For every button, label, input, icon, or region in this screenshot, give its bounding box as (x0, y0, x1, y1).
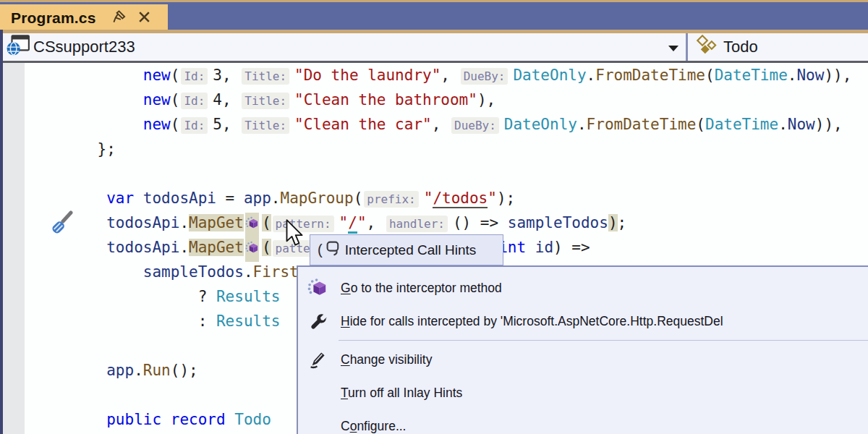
code-token: . (271, 190, 281, 207)
code-line[interactable]: new(Id:3, Title:"Do the laundry", DueBy:… (61, 63, 868, 88)
code-token: . (587, 67, 596, 84)
close-icon[interactable] (137, 10, 151, 27)
code-token: Now (788, 116, 815, 133)
code-token: : (198, 312, 216, 330)
code-token: "Do the laundry" (294, 67, 441, 84)
code-token: new (143, 67, 171, 84)
hint-bubble-icon (326, 240, 342, 260)
interceptor-icon (307, 278, 328, 298)
code-token: . (577, 116, 587, 133)
pen-icon (307, 349, 328, 370)
code-token: ; (618, 214, 627, 231)
code-line[interactable]: new(Id:5, Title:"Clean the car", DueBy:D… (61, 112, 868, 137)
interceptor-icon[interactable] (245, 237, 259, 262)
code-token: . (134, 362, 143, 379)
menu-item-label: Change visibility (341, 352, 432, 367)
menu-item-hide-for-calls-intercepted-by-microsoft-[interactable]: Hide for calls intercepted by 'Microsoft… (298, 305, 868, 338)
code-token: ( (171, 67, 180, 84)
code-token: MapGet (189, 214, 244, 231)
menu-icon-placeholder (307, 383, 328, 403)
menu-item-go-to-the-interceptor-method[interactable]: Go to the interceptor method (298, 271, 868, 305)
interceptor-icon[interactable] (245, 213, 259, 237)
chevron-down-icon[interactable] (668, 46, 678, 51)
code-token: , (367, 214, 385, 231)
code-token: Now (796, 67, 824, 84)
code-token: . (788, 67, 797, 84)
code-token: ( (262, 239, 271, 256)
code-token: , (222, 116, 240, 133)
code-token: Id: (181, 68, 208, 85)
code-line[interactable]: new(Id:4, Title:"Clean the bathroom"), (61, 88, 868, 112)
menu-item-label: Go to the interceptor method (341, 281, 502, 296)
code-token: ( (262, 214, 271, 231)
mouse-cursor (284, 219, 305, 252)
code-token: Title: (242, 93, 289, 109)
tooltip-label: Intercepted Call Hints (345, 242, 477, 258)
code-token: Title: (242, 117, 289, 134)
code-token: DateOnly (513, 67, 586, 84)
menu-item-label: Configure... (341, 419, 406, 434)
code-token: sampleTodos (143, 263, 244, 281)
code-token: sampleTodos (508, 214, 608, 231)
code-token: . (179, 239, 189, 256)
code-token: Todo (234, 411, 271, 428)
menu-separator (339, 340, 868, 341)
code-token (161, 411, 171, 428)
project-dropdown[interactable]: CSsupport233 (3, 33, 135, 61)
member-dropdown[interactable]: Todo (692, 33, 758, 61)
code-token: ( (705, 67, 715, 84)
tab-bar: Program.cs (0, 0, 868, 30)
code-token: " (424, 190, 433, 207)
pin-icon[interactable] (112, 10, 126, 27)
code-token: "Clean the bathroom" (294, 91, 477, 109)
code-token: /todos (433, 190, 488, 208)
code-token: FromDateTime (595, 67, 705, 84)
menu-item-label: Hide for calls intercepted by 'Microsoft… (341, 314, 723, 329)
project-name: CSsupport233 (33, 38, 135, 56)
class-icon (696, 35, 719, 59)
code-line[interactable]: todosApi.MapGet (pattern:"/", handler:()… (61, 210, 868, 235)
code-token: Id: (181, 93, 208, 109)
menu-item-turn-off-all-inlay-hints[interactable]: Turn off all Inlay Hints (298, 376, 868, 409)
code-token: (); (171, 362, 198, 379)
code-token: )), (815, 116, 843, 133)
tab-program-cs[interactable]: Program.cs (0, 4, 168, 32)
code-token: ) (608, 214, 618, 231)
code-token: " (339, 214, 349, 231)
code-token: Id: (181, 117, 208, 134)
tab-title: Program.cs (11, 9, 96, 27)
code-token (526, 239, 535, 256)
code-token: )), (824, 67, 851, 84)
code-token: ( (171, 116, 180, 133)
menu-icon-placeholder (307, 416, 328, 434)
code-token: DueBy: (461, 68, 509, 85)
code-token: DateOnly (504, 116, 577, 133)
code-token: ( (171, 91, 180, 109)
context-menu: Go to the interceptor method Hide for ca… (297, 265, 868, 434)
code-token: todosApi (106, 214, 179, 231)
code-line[interactable] (61, 161, 868, 186)
code-token: = (216, 190, 244, 207)
code-token: ( (696, 116, 705, 133)
code-token: "Clean the car" (294, 116, 432, 133)
code-token: FromDateTime (587, 116, 697, 133)
menu-item-change-visibility[interactable]: Change visibility (298, 343, 868, 376)
code-token: ), (477, 91, 495, 109)
code-token: MapGet (189, 239, 244, 256)
code-line[interactable]: }; (61, 137, 868, 161)
code-token: Results (216, 288, 281, 305)
code-line[interactable]: var todosApi = app.MapGroup(prefix:"/tod… (61, 186, 868, 210)
code-token: ) => (553, 239, 590, 256)
navbar-separator (686, 33, 688, 61)
code-token: todosApi (143, 190, 216, 207)
code-token: Title: (242, 68, 289, 85)
code-token: 5 (213, 116, 222, 133)
code-token: , (222, 91, 240, 109)
code-token: app (106, 362, 134, 379)
code-token: ? (198, 288, 216, 305)
code-token: var (106, 190, 134, 207)
code-token (134, 190, 143, 207)
menu-item-configure[interactable]: Configure... (298, 409, 868, 434)
code-token: / (348, 214, 357, 234)
code-token: , (432, 116, 450, 133)
